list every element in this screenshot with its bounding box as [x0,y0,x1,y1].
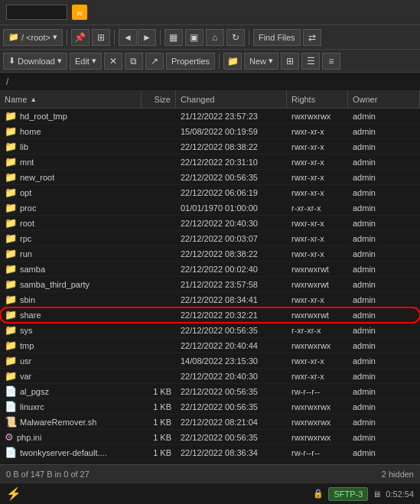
new-btn[interactable]: New ▾ [244,53,278,70]
table-row[interactable]: 📄twonkyserver-default....1 KB22/12/2022 … [0,445,420,460]
sep1 [67,30,67,45]
table-row[interactable]: 📁mnt22/12/2022 20:31:10rwxr-xr-xadmin [0,154,420,170]
col-rights[interactable]: Rights [287,90,348,108]
table-row[interactable]: 📜MalwareRemover.sh1 KB22/12/2022 08:21:0… [0,415,420,430]
cell-rights: rwxrwxrwt [287,277,348,291]
time-display: 0:52:54 [386,489,414,499]
grid2-btn[interactable]: ▣ [185,29,203,46]
table-row[interactable]: 📁run22/12/2022 08:38:22rwxr-xr-xadmin [0,246,420,262]
file-type-icon: 📁 [5,309,17,320]
home-btn[interactable]: ⌂ [206,29,224,46]
folder-new-btn[interactable]: 📁 [223,53,242,70]
file-name: mnt [20,158,34,167]
cell-changed: 22/12/2022 20:31:10 [176,154,287,169]
file-type-icon: 📁 [5,294,17,305]
file-name: MalwareRemover.sh [20,418,96,427]
cell-changed: 22/12/2022 08:36:34 [176,445,287,460]
cell-size [142,170,176,184]
cell-owner: admin [348,200,420,215]
table-row[interactable]: 📁lib22/12/2022 08:38:22rwxr-xr-xadmin [0,139,420,154]
cell-rights: r-xr-xr-x [287,323,348,337]
dropdown-icon3: ▾ [92,56,96,66]
table-row[interactable]: 📁hd_root_tmp21/12/2022 23:57:23rwxrwxrwx… [0,109,420,124]
cell-name: 📁new_root [0,170,142,184]
table-row[interactable]: 📁home15/08/2022 00:19:59rwxr-xr-xadmin [0,124,420,139]
plus-btn[interactable]: ⊞ [281,53,299,70]
taskbar-left: ⚡ [6,486,21,501]
cell-rights: rw-r--r-- [287,384,348,398]
file-type-icon: 📁 [5,202,17,213]
col-size[interactable]: Size [142,90,176,108]
table-row[interactable]: 📄al_pgsz1 KB22/12/2022 00:56:35rw-r--r--… [0,384,420,399]
copy-btn[interactable]: ⧉ [125,53,143,70]
cell-name: 📄linuxrc [0,399,142,414]
app-icon: W [72,5,87,20]
path-text: / [6,76,8,87]
file-name: run [20,249,32,259]
nav-back-btn[interactable]: ◄ [119,29,137,46]
find-files-btn[interactable]: Find Files [253,29,301,46]
table-row[interactable]: 📁rpc22/12/2022 00:03:07rwxr-xr-xadmin [0,231,420,246]
cell-owner: admin [348,338,420,353]
edit-btn[interactable]: Edit ▾ [70,53,102,70]
cell-size [142,124,176,138]
file-name: samba [20,265,45,274]
table-row[interactable]: 📁usr14/08/2022 23:15:30rwxr-xr-xadmin [0,353,420,369]
delete-btn[interactable]: ✕ [104,53,122,70]
table-row[interactable]: ⚙php.ini1 KB22/12/2022 00:56:35rwxrwxrwx… [0,430,420,445]
filter-btn[interactable]: ⊞ [92,29,110,46]
bookmark-btn[interactable]: 📌 [71,29,90,46]
cell-owner: admin [348,369,420,383]
list-btn[interactable]: ☰ [301,53,320,70]
cell-changed: 22/12/2022 00:56:35 [176,430,287,444]
folder-root-btn[interactable]: 📁 / <root> ▾ [3,29,63,46]
file-type-icon: 📁 [5,263,17,275]
cell-owner: admin [348,154,420,169]
cell-name: 📁samba_third_party [0,277,142,291]
title-input[interactable] [6,5,67,20]
file-type-icon: 📁 [5,156,17,167]
table-row[interactable]: 📁samba_third_party21/12/2022 23:57:58rwx… [0,277,420,292]
cell-size [142,246,176,261]
cell-owner: admin [348,124,420,138]
file-type-icon: 📁 [5,248,17,259]
refresh-btn[interactable]: ↻ [226,29,245,46]
file-name: new_root [20,173,54,182]
table-row[interactable]: 📁opt22/12/2022 06:06:19rwxr-xr-xadmin [0,185,420,200]
col-owner[interactable]: Owner [348,90,420,108]
table-row[interactable]: 📁new_root22/12/2022 00:56:35rwxr-xr-xadm… [0,170,420,185]
taskbar-right: 🔒 SFTP-3 🖥 0:52:54 [313,487,414,501]
nav-fwd-btn[interactable]: ► [138,29,156,46]
col-name[interactable]: Name ▲ [0,90,142,108]
properties-btn[interactable]: Properties [166,53,215,70]
table-row[interactable]: 📁tmp22/12/2022 20:40:44rwxrwxrwxadmin [0,338,420,353]
cell-changed: 22/12/2022 06:06:19 [176,185,287,200]
file-name: root [20,219,34,228]
cell-changed: 22/12/2022 08:21:04 [176,415,287,429]
cell-size [142,200,176,215]
cell-owner: admin [348,399,420,414]
cell-name: ⚙php.ini [0,430,142,444]
file-type-icon: 📁 [5,217,17,229]
table-row[interactable]: 📁samba22/12/2022 00:02:40rwxrwxrwtadmin [0,262,420,277]
download-btn[interactable]: ⬇ Download ▾ [3,53,67,70]
table-row[interactable]: 📄linuxrc1 KB22/12/2022 00:56:35rwxrwxrwx… [0,399,420,415]
table-row[interactable]: 📁var22/12/2022 20:40:30rwxr-xr-xadmin [0,369,420,384]
sync-btn[interactable]: ⇄ [303,29,321,46]
table-row[interactable]: 📁proc01/01/1970 01:00:00r-xr-xr-xadmin [0,200,420,216]
table-row[interactable]: 📁sys22/12/2022 00:56:35r-xr-xr-xadmin [0,323,420,338]
move-btn[interactable]: ↗ [145,53,164,70]
file-name: share [20,311,41,320]
detail-btn[interactable]: ≡ [322,53,340,70]
sftp-badge[interactable]: SFTP-3 [328,487,368,501]
cell-rights: rwxrwxrwx [287,109,348,123]
cell-name: 📜MalwareRemover.sh [0,415,142,429]
table-row[interactable]: 📁share22/12/2022 20:32:21rwxrwxrwtadmin [0,307,420,323]
cell-rights: rwxrwxrwx [287,399,348,414]
grid-btn[interactable]: ▦ [164,29,183,46]
table-row[interactable]: 📁root22/12/2022 20:40:30rwxr-xr-xadmin [0,216,420,231]
cell-size [142,216,176,230]
table-row[interactable]: 📁sbin22/12/2022 08:34:41rwxr-xr-xadmin [0,292,420,307]
download-icon: ⬇ [8,56,15,66]
col-changed[interactable]: Changed [176,90,287,108]
